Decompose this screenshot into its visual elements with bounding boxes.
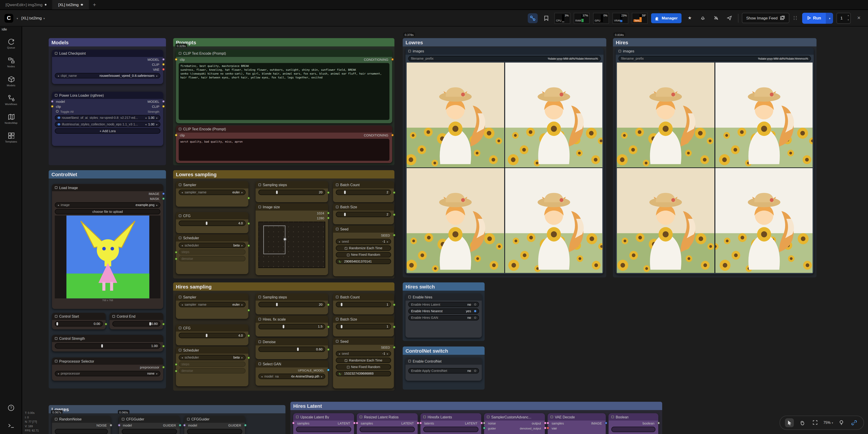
- star-button[interactable]: ★: [685, 13, 695, 23]
- output-port-preprocessor[interactable]: [162, 366, 164, 368]
- node-cfg-guider-2[interactable]: CFGGuider modelGUIDER: [184, 415, 245, 434]
- collapse-toggle[interactable]: [408, 50, 411, 53]
- node-control-start[interactable]: Control Start 0.00: [52, 313, 105, 329]
- bookmark-button[interactable]: [541, 13, 551, 23]
- graph-view-button[interactable]: [528, 13, 538, 23]
- output-port-int[interactable]: [393, 303, 395, 306]
- generated-image[interactable]: [505, 168, 602, 273]
- add-lora-button[interactable]: + Add Lora: [55, 128, 160, 134]
- node-hires-seed[interactable]: Seed SEED ◂seed-1▸ Randomize Each Time N…: [333, 338, 394, 389]
- node-header[interactable]: Sampling steps: [255, 181, 328, 189]
- sidebar-item-models[interactable]: Models: [0, 72, 22, 91]
- node-lowres-batch-count[interactable]: Batch Count 2: [333, 181, 394, 202]
- generated-image[interactable]: [715, 62, 813, 167]
- manager-button[interactable]: Manager: [651, 13, 681, 23]
- generated-image[interactable]: [715, 168, 813, 273]
- collapse-toggle[interactable]: [551, 415, 553, 418]
- output-port-float[interactable]: [247, 334, 250, 337]
- node-header[interactable]: CLIP Text Encode (Prompt): [176, 125, 392, 133]
- collapse-toggle[interactable]: [423, 415, 426, 418]
- node-cfg-guider-1[interactable]: CFGGuider modelGUIDER: [119, 415, 180, 434]
- ckpt-name-widget[interactable]: ◂ckpt_namerouwei\rouwei_vpred_0.8.safete…: [55, 73, 160, 78]
- run-button[interactable]: Run: [802, 12, 826, 24]
- node-hires-batch-count[interactable]: Batch Count 1: [333, 294, 394, 314]
- output-port-scheduler[interactable]: [247, 244, 250, 247]
- output-port-latent[interactable]: [352, 422, 355, 424]
- workflow-name-menu[interactable]: [XL] txt2img ▾: [21, 16, 45, 20]
- seed-widget[interactable]: ◂seed-1▸: [336, 351, 391, 356]
- output-port-float[interactable]: [327, 326, 329, 328]
- node-hires-scheduler[interactable]: Scheduler ◂schedulerbeta▸ steps denoise: [176, 346, 248, 386]
- node-lowres-save-images[interactable]: images filename_prefix%date:yyyy-MM-dd%/…: [405, 47, 603, 274]
- node-header[interactable]: Scheduler: [176, 346, 248, 354]
- node-header[interactable]: Batch Count: [333, 294, 394, 301]
- batch-size-slider[interactable]: 1: [336, 324, 391, 329]
- output-port-model[interactable]: [162, 58, 164, 61]
- node-header[interactable]: Resized Latent Ratios: [357, 413, 418, 421]
- output-port-int[interactable]: [393, 213, 395, 216]
- toggle-off-icon[interactable]: [474, 370, 476, 372]
- toggle-off-icon[interactable]: [474, 303, 476, 306]
- collapse-toggle[interactable]: [336, 228, 339, 230]
- collapse-toggle[interactable]: [258, 318, 261, 320]
- denoise-widget[interactable]: denoise: [179, 256, 246, 261]
- node-select-gan[interactable]: Select GAN UPSCALE_MODEL ◂model_na4x-Ani…: [255, 360, 328, 386]
- toggle-link-visibility-button[interactable]: [850, 418, 859, 427]
- node-header[interactable]: Denoise: [255, 338, 328, 345]
- output-port-float[interactable]: [104, 323, 107, 325]
- new-fixed-random-button[interactable]: New Fixed Random: [336, 252, 391, 257]
- node-upscale-latent-by[interactable]: Upscale Latent By samplesLATENT: [293, 413, 354, 434]
- enable-hires-latent-row[interactable]: Enable Hires Latentno: [408, 302, 479, 307]
- collapse-toggle[interactable]: [619, 50, 621, 53]
- node-header[interactable]: Load Checkpoint: [52, 50, 163, 57]
- collapse-toggle[interactable]: [179, 348, 181, 351]
- collapse-toggle[interactable]: [55, 94, 57, 97]
- output-port-conditioning[interactable]: [391, 134, 394, 136]
- node-header[interactable]: Control End: [110, 313, 163, 320]
- terminal-button[interactable]: [7, 421, 15, 431]
- enable-apply-controlnet-row[interactable]: Enable Apply ControlNetno: [408, 368, 479, 373]
- group-header[interactable]: Prompts: [173, 38, 395, 46]
- collapse-toggle[interactable]: [122, 418, 124, 421]
- collapse-toggle[interactable]: [113, 315, 115, 318]
- node-boolean[interactable]: Boolean boolean: [609, 413, 658, 434]
- node-header[interactable]: images: [405, 47, 603, 55]
- node-header[interactable]: Image size: [255, 203, 328, 210]
- upscale-method-widget[interactable]: [296, 427, 351, 432]
- output-port-int[interactable]: [327, 191, 329, 194]
- node-header[interactable]: images: [616, 47, 814, 55]
- lora-row-1[interactable]: rouwei\best_of_ai_styles_rw-vpred-0.8_v2…: [55, 115, 160, 121]
- controlnet-input-image[interactable]: [55, 215, 160, 298]
- toggle-all-switch[interactable]: [56, 110, 59, 113]
- output-port-int[interactable]: [393, 326, 395, 328]
- output-port-denoised[interactable]: [544, 427, 546, 429]
- node-header[interactable]: Sampler: [176, 181, 248, 189]
- enable-hires-nearest-row[interactable]: Enable Hires Nearestyes: [408, 308, 479, 314]
- enable-hires-gan-row[interactable]: Enable Hires GANno: [408, 315, 479, 320]
- collapse-toggle[interactable]: [336, 206, 339, 208]
- collapse-toggle[interactable]: [55, 337, 57, 340]
- denoise-slider[interactable]: 0.60: [258, 346, 325, 352]
- seed-widget[interactable]: ◂seed-1▸: [336, 239, 391, 244]
- share-button[interactable]: [724, 13, 735, 23]
- comfyui-logo[interactable]: C: [4, 13, 13, 22]
- negative-prompt-textarea[interactable]: worst quality, bad quality, miss, apron: [179, 139, 390, 161]
- group-header[interactable]: Lowres: [403, 38, 606, 46]
- output-port-sampler[interactable]: [247, 309, 250, 311]
- generated-image[interactable]: [407, 168, 504, 273]
- positive-prompt-textarea[interactable]: firebatinc, best quality, masterpiece BR…: [179, 63, 390, 120]
- filename-prefix-widget[interactable]: filename_prefix%date:yyyy-MM-dd%/%date:h…: [408, 56, 601, 61]
- node-header[interactable]: Select GAN: [255, 360, 328, 368]
- output-port-float[interactable]: [247, 222, 250, 225]
- node-lowres-image-size[interactable]: Image size 1024 1280: [255, 203, 328, 275]
- group-header[interactable]: Lowres sampling: [173, 170, 395, 178]
- zoom-level-dropdown[interactable]: 75% ▾: [824, 421, 833, 424]
- node-header[interactable]: Enable ControlNet: [405, 358, 482, 365]
- collapse-toggle[interactable]: [408, 296, 411, 298]
- collapse-toggle[interactable]: [179, 214, 181, 217]
- output-port-latent[interactable]: [416, 422, 419, 424]
- generated-image[interactable]: [617, 168, 714, 273]
- group-header[interactable]: Lowres: [49, 405, 285, 413]
- boolean-widget[interactable]: [611, 427, 656, 432]
- node-header[interactable]: Seed: [333, 226, 394, 233]
